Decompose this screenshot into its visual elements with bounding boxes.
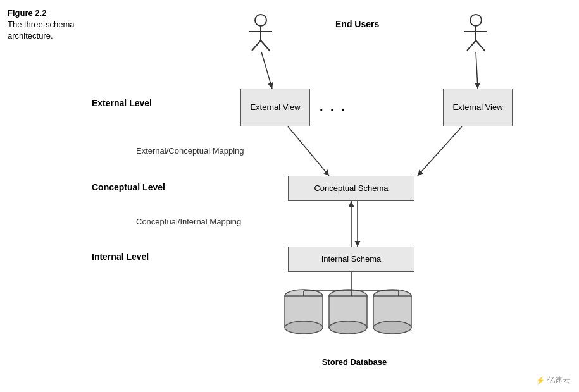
stick-figure-right xyxy=(462,14,490,52)
svg-line-20 xyxy=(476,52,478,89)
svg-line-3 xyxy=(252,40,261,51)
page: Figure 2.2 The three-schemaarchitecture.… xyxy=(0,0,579,392)
external-conceptual-mapping-label: External/Conceptual Mapping xyxy=(136,145,244,157)
svg-point-18 xyxy=(373,321,411,334)
figure-caption: Figure 2.2 The three-schemaarchitecture. xyxy=(8,8,75,42)
svg-point-0 xyxy=(255,15,266,26)
stored-database-svg xyxy=(275,283,427,353)
watermark-text: 亿速云 xyxy=(547,375,570,386)
svg-line-9 xyxy=(476,40,485,51)
svg-line-4 xyxy=(261,40,270,51)
figure-title: Figure 2.2 xyxy=(8,8,75,19)
internal-schema-box: Internal Schema xyxy=(288,247,414,272)
dots: . . . xyxy=(320,99,347,114)
end-users-label: End Users xyxy=(335,19,379,29)
svg-point-12 xyxy=(285,321,323,334)
external-view-1-box: External View xyxy=(240,89,310,126)
internal-level-label: Internal Level xyxy=(92,252,149,262)
conceptual-schema-box: Conceptual Schema xyxy=(288,176,414,201)
svg-point-5 xyxy=(470,15,482,26)
watermark-icon: ⚡ xyxy=(535,376,545,385)
svg-line-19 xyxy=(261,52,272,89)
svg-line-21 xyxy=(288,126,329,176)
stick-figure-left xyxy=(247,14,275,52)
conceptual-internal-mapping-label: Conceptual/Internal Mapping xyxy=(136,216,241,228)
watermark: ⚡ 亿速云 xyxy=(535,375,570,386)
figure-subtitle: The three-schemaarchitecture. xyxy=(8,19,75,42)
conceptual-level-label: Conceptual Level xyxy=(92,182,165,192)
svg-line-22 xyxy=(418,126,462,176)
external-view-2-box: External View xyxy=(443,89,513,126)
stored-database-label: Stored Database xyxy=(297,357,411,367)
external-level-label: External Level xyxy=(92,98,152,108)
svg-point-15 xyxy=(329,321,367,334)
svg-line-8 xyxy=(467,40,476,51)
